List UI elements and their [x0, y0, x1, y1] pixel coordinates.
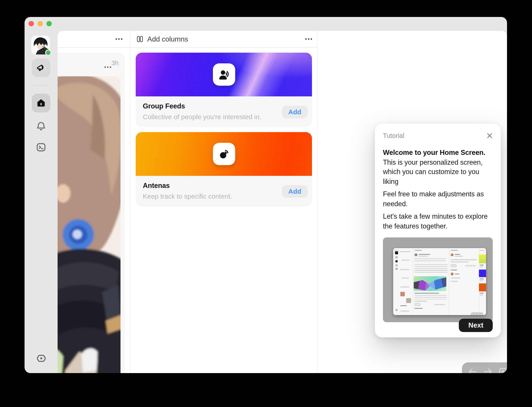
- sidebar-item-console[interactable]: [32, 138, 50, 157]
- plus-square-icon: [498, 367, 507, 373]
- megaphone-icon: [36, 63, 47, 73]
- avatar[interactable]: [31, 36, 50, 55]
- add-group-feeds-button[interactable]: Add: [282, 106, 307, 118]
- nav-toolbar: [462, 362, 507, 373]
- group-feeds-footer: Group Feeds Collective of people you're …: [136, 96, 312, 127]
- antenas-banner: [136, 132, 312, 176]
- mini-feed-column: [399, 248, 413, 315]
- add-column-button[interactable]: [497, 366, 507, 373]
- sidebar-divider: [32, 85, 49, 86]
- post-timestamp: 3h: [111, 59, 119, 66]
- post-card[interactable]: 3h: [58, 53, 125, 373]
- column-card-list: Group Feeds Collective of people you're …: [136, 53, 312, 211]
- card-title: Group Feeds: [143, 102, 305, 110]
- mini-app-window: [393, 248, 486, 315]
- app-window: 3h: [24, 17, 507, 373]
- tutorial-popover: Tutorial Welcome to your Home Screen. Th…: [375, 124, 501, 337]
- tutorial-close-button[interactable]: [486, 133, 493, 139]
- group-feeds-banner: [136, 53, 312, 96]
- sidebar-item-settings[interactable]: [32, 349, 50, 368]
- feed-column-header: [58, 31, 130, 48]
- online-status-dot: [45, 49, 51, 56]
- card-group-feeds: Group Feeds Collective of people you're …: [136, 53, 312, 127]
- tutorial-paragraph-2: Feel free to make adjustments as needed.: [383, 189, 493, 208]
- sidebar-item-notifications[interactable]: [32, 117, 50, 136]
- forward-button[interactable]: [483, 366, 493, 373]
- card-title: Antenas: [143, 182, 305, 190]
- sidebar-item-home[interactable]: [32, 94, 50, 112]
- add-antenas-button[interactable]: Add: [282, 185, 307, 197]
- add-columns-column: Add columns: [130, 31, 318, 373]
- antenas-footer: Antenas Keep track to specific content. …: [136, 176, 312, 207]
- tutorial-header: Tutorial: [383, 132, 493, 139]
- group-feeds-icon-tile: [213, 63, 235, 86]
- tutorial-next-button[interactable]: Next: [459, 319, 493, 332]
- mini-nav-toolbar: [471, 312, 483, 315]
- tutorial-body: Welcome to your Home Screen. This is you…: [383, 148, 493, 231]
- tutorial-paragraph-3: Let's take a few minutes to explore the …: [383, 211, 493, 231]
- feed-column-menu-button[interactable]: [116, 38, 122, 40]
- tutorial-welcome-bold: Welcome to your Home Screen.: [383, 149, 485, 156]
- card-description: Keep track to specific content.: [143, 192, 305, 200]
- post-meta: 3h: [111, 59, 119, 66]
- back-arrow-icon: [468, 367, 477, 373]
- add-columns-title: Add columns: [147, 35, 188, 43]
- terminal-icon: [35, 141, 47, 153]
- tutorial-welcome-rest: This is your personalized screen, which …: [383, 158, 483, 185]
- person-signal-icon: [218, 69, 230, 80]
- hexagon-nut-icon: [35, 352, 47, 364]
- close-icon: [486, 133, 493, 139]
- sidebar-item-announcements[interactable]: [32, 58, 50, 77]
- card-description: Collective of people you're interested i…: [143, 113, 305, 120]
- add-columns-header: Add columns: [130, 31, 317, 48]
- back-button[interactable]: [467, 366, 478, 373]
- feed-column: 3h: [58, 31, 130, 373]
- tutorial-paragraph-1: Welcome to your Home Screen. This is you…: [383, 148, 493, 186]
- card-antenas: Antenas Keep track to specific content. …: [136, 132, 312, 207]
- anime-artwork: [58, 76, 120, 373]
- post-image: [58, 76, 120, 373]
- tutorial-label: Tutorial: [383, 132, 404, 139]
- desktop: 3h: [0, 0, 532, 407]
- antenas-icon-tile: [213, 143, 235, 165]
- bell-icon: [35, 120, 47, 132]
- tutorial-screenshot: [383, 237, 493, 322]
- home-icon: [36, 98, 47, 109]
- add-columns-menu-button[interactable]: [305, 38, 312, 40]
- satellite-dish-icon: [218, 148, 230, 160]
- forward-arrow-icon: [483, 367, 493, 373]
- post-menu-button[interactable]: [104, 66, 111, 68]
- sidebar: [24, 17, 58, 373]
- mini-avatar: [395, 251, 398, 254]
- mini-thread-column-2: [449, 248, 479, 315]
- columns-icon: [137, 36, 143, 42]
- mini-robot-handshake-image: [414, 276, 446, 291]
